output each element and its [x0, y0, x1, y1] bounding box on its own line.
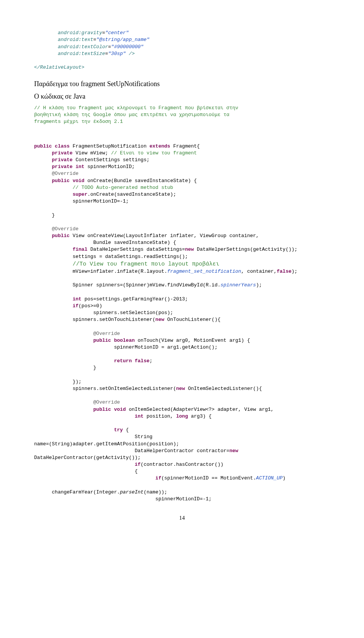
xml-val: "#90000000" [111, 44, 144, 50]
xml-attr: android:textSize [58, 51, 105, 57]
java-code-block: public class FragmentSetupNotification e… [34, 136, 330, 503]
xml-attr: android:gravity [58, 30, 102, 36]
inline-comment: // Είναι το view του fragment [111, 150, 197, 156]
xml-code-block: android:gravity="center" android:text="@… [34, 23, 330, 71]
top-comment: // Η κλάση του fragment μας κληρονομεί τ… [34, 105, 330, 126]
xml-val: "center" [105, 30, 129, 36]
layout-comment: //Το View του fragment ποιο layout προβά… [72, 261, 219, 267]
xml-val: "@string/app_name" [96, 37, 149, 42]
section-heading: Παράδειγμα του fragment SetUpNotificatio… [34, 79, 330, 88]
annotation: @Override [93, 331, 120, 336]
xml-val: "30sp" [108, 51, 126, 57]
xml-close-tag: RelativeLayout [40, 64, 82, 70]
annotation: @Override [52, 226, 78, 232]
page-number: 14 [34, 514, 330, 522]
todo-comment: // TODO Auto-generated method stub [72, 185, 173, 190]
annotation: @Override [52, 171, 78, 176]
section-subheading: Ο κώδικας σε Java [34, 92, 330, 101]
xml-attr: android:text [58, 37, 93, 42]
annotation: @Override [93, 399, 120, 405]
xml-attr: android:textColor [58, 44, 108, 50]
